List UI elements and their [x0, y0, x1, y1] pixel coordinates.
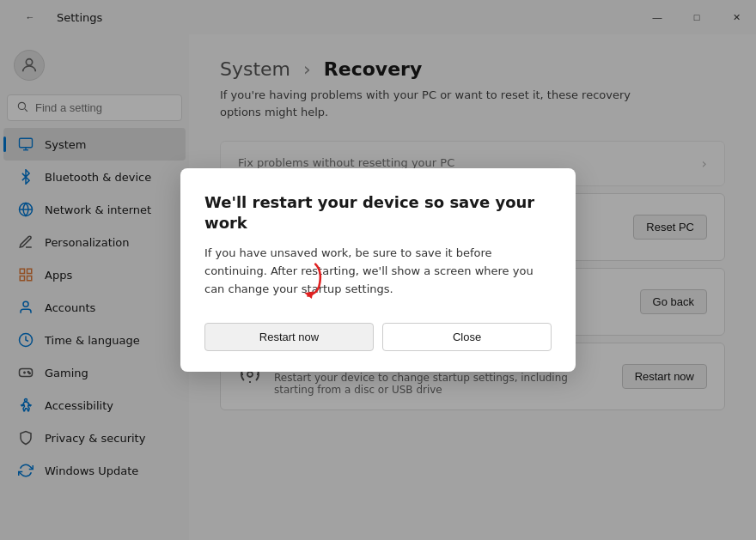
restart-modal: We'll restart your device so save your w… [180, 168, 576, 371]
modal-actions: Restart now Close [204, 323, 552, 351]
modal-close-button[interactable]: Close [382, 323, 552, 351]
modal-restart-button[interactable]: Restart now [204, 323, 374, 351]
modal-title: We'll restart your device so save your w… [204, 192, 552, 233]
svg-marker-23 [304, 291, 313, 299]
arrow-indicator [275, 259, 326, 305]
modal-overlay: We'll restart your device so save your w… [0, 0, 756, 540]
modal-body: If you have unsaved work, be sure to sav… [204, 245, 552, 298]
